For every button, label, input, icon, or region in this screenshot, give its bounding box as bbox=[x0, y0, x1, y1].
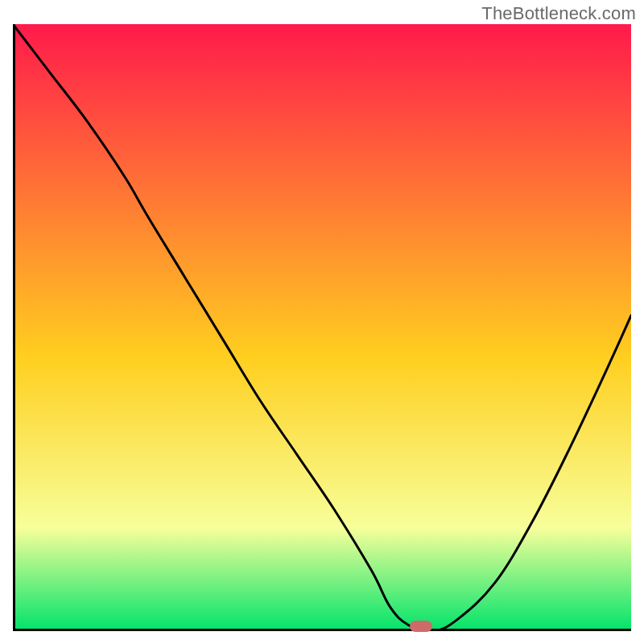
bottleneck-curve bbox=[13, 24, 631, 631]
optimal-point-marker bbox=[410, 621, 432, 632]
plot-frame bbox=[13, 24, 631, 631]
watermark-text: TheBottleneck.com bbox=[481, 3, 636, 24]
chart-stage: TheBottleneck.com bbox=[0, 0, 644, 644]
